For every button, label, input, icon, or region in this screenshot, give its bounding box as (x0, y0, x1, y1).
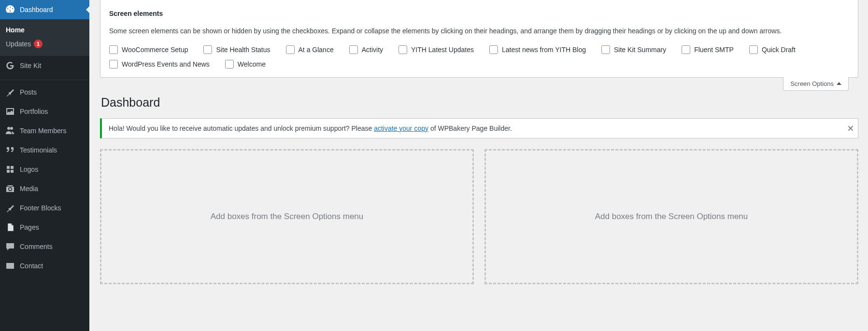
media-icon (5, 184, 15, 193)
checkbox-input[interactable] (349, 45, 358, 54)
checkbox-fluent-smtp[interactable]: Fluent SMTP (682, 45, 734, 54)
checkbox-label: Fluent SMTP (694, 46, 734, 54)
checkbox-woocommerce-setup[interactable]: WooCommerce Setup (109, 45, 188, 54)
screen-options-label: Screen Options (790, 80, 834, 87)
sidebar-item-media[interactable]: Media (0, 179, 89, 198)
admin-sidebar: Dashboard Home Updates 1 Site Kit Posts … (0, 0, 89, 331)
sidebar-item-label: Posts (20, 88, 37, 96)
main-content: Screen elements Some screen elements can… (89, 0, 868, 331)
sidebar-item-label: Testimonials (20, 146, 57, 154)
sidebar-item-label: Logos (20, 166, 38, 173)
checkbox-yith-blog-news[interactable]: Latest news from YITH Blog (489, 45, 586, 54)
checkbox-label: Activity (362, 46, 383, 54)
checkbox-label: Welcome (238, 60, 266, 68)
sidebar-sub-label: Updates (6, 40, 31, 48)
pin-icon (5, 203, 15, 213)
checkbox-activity[interactable]: Activity (349, 45, 383, 54)
sidebar-item-label: Pages (20, 223, 39, 231)
checkbox-label: Site Kit Summary (614, 46, 666, 54)
dashboard-icon (5, 5, 15, 14)
sidebar-item-label: Contact (20, 262, 43, 270)
sidebar-item-label: Site Kit (20, 62, 41, 69)
activate-copy-link[interactable]: activate your copy (374, 124, 428, 132)
dropzone-placeholder: Add boxes from the Screen Options menu (211, 212, 364, 221)
updates-count-badge: 1 (34, 40, 43, 48)
sidebar-item-label: Footer Blocks (20, 204, 61, 212)
checkbox-label: YITH Latest Updates (411, 46, 474, 54)
checkbox-input[interactable] (682, 45, 690, 54)
sidebar-submenu-dashboard: Home Updates 1 (0, 19, 89, 56)
users-icon (5, 126, 15, 136)
checkbox-input[interactable] (489, 45, 498, 54)
checkbox-site-kit-summary[interactable]: Site Kit Summary (601, 45, 666, 54)
sidebar-item-label: Media (20, 185, 38, 193)
envelope-icon (5, 261, 15, 271)
sidebar-item-label: Team Members (20, 127, 66, 135)
checkbox-input[interactable] (225, 60, 234, 69)
checkbox-welcome[interactable]: Welcome (225, 60, 266, 69)
sidebar-item-comments[interactable]: Comments (0, 237, 89, 256)
checkbox-input[interactable] (398, 45, 407, 54)
sidebar-item-pages[interactable]: Pages (0, 218, 89, 237)
checkbox-label: Latest news from YITH Blog (502, 46, 586, 54)
grid-icon (5, 165, 15, 174)
sidebar-item-label: Comments (20, 243, 53, 250)
checkbox-yith-latest-updates[interactable]: YITH Latest Updates (398, 45, 474, 54)
checkbox-quick-draft[interactable]: Quick Draft (749, 45, 796, 54)
wpbakery-activation-notice: Hola! Would you like to receive automati… (100, 118, 858, 138)
panel-title: Screen elements (109, 10, 849, 17)
screen-element-checkboxes: WooCommerce Setup Site Health Status At … (109, 45, 849, 69)
sidebar-item-label: Portfolios (20, 108, 48, 115)
dashboard-widget-dropzones: Add boxes from the Screen Options menu A… (100, 149, 858, 284)
checkbox-label: Site Health Status (216, 46, 270, 54)
screen-options-panel: Screen elements Some screen elements can… (100, 0, 858, 78)
notice-text: Hola! Would you like to receive automati… (109, 124, 512, 132)
screen-options-toggle[interactable]: Screen Options (783, 77, 849, 91)
checkbox-at-a-glance[interactable]: At a Glance (286, 45, 334, 54)
sidebar-item-label: Dashboard (20, 6, 53, 14)
checkbox-input[interactable] (601, 45, 610, 54)
page-title: Dashboard (101, 96, 858, 110)
pages-icon (5, 222, 15, 232)
checkbox-input[interactable] (109, 45, 118, 54)
sidebar-item-posts[interactable]: Posts (0, 83, 89, 102)
sidebar-item-logos[interactable]: Logos (0, 160, 89, 179)
checkbox-site-health-status[interactable]: Site Health Status (203, 45, 270, 54)
quote-icon (5, 145, 15, 155)
pin-icon (5, 87, 15, 97)
sidebar-sub-home[interactable]: Home (0, 23, 89, 37)
sidebar-item-sitekit[interactable]: Site Kit (0, 56, 89, 75)
sidebar-item-footer-blocks[interactable]: Footer Blocks (0, 198, 89, 218)
close-icon (846, 124, 855, 133)
notice-text-before: Hola! Would you like to receive automati… (109, 124, 374, 132)
dropzone-left[interactable]: Add boxes from the Screen Options menu (100, 149, 474, 284)
sidebar-item-team-members[interactable]: Team Members (0, 121, 89, 140)
checkbox-input[interactable] (203, 45, 212, 54)
checkbox-input[interactable] (286, 45, 295, 54)
google-g-icon (5, 61, 15, 70)
sidebar-item-contact[interactable]: Contact (0, 256, 89, 276)
checkbox-label: Quick Draft (762, 46, 796, 54)
dropzone-placeholder: Add boxes from the Screen Options menu (595, 212, 748, 221)
sidebar-item-testimonials[interactable]: Testimonials (0, 140, 89, 160)
dropzone-right[interactable]: Add boxes from the Screen Options menu (484, 149, 858, 284)
checkbox-label: At a Glance (299, 46, 334, 54)
panel-description: Some screen elements can be shown or hid… (109, 26, 849, 37)
checkbox-input[interactable] (109, 60, 118, 69)
notice-text-after: of WPBakery Page Builder. (428, 124, 512, 132)
checkbox-label: WordPress Events and News (122, 60, 210, 68)
checkbox-input[interactable] (749, 45, 758, 54)
comment-icon (5, 242, 15, 251)
screen-options-tab-wrap: Screen Options (100, 77, 858, 91)
checkbox-wp-events-news[interactable]: WordPress Events and News (109, 60, 210, 69)
sidebar-item-portfolios[interactable]: Portfolios (0, 102, 89, 121)
dismiss-notice-button[interactable] (845, 123, 856, 134)
checkbox-label: WooCommerce Setup (122, 46, 188, 54)
image-icon (5, 107, 15, 116)
chevron-up-icon (837, 82, 841, 85)
sidebar-item-dashboard[interactable]: Dashboard (0, 0, 89, 19)
sidebar-separator (0, 78, 89, 80)
sidebar-sub-updates[interactable]: Updates 1 (0, 37, 89, 51)
sidebar-sub-label: Home (6, 26, 25, 34)
